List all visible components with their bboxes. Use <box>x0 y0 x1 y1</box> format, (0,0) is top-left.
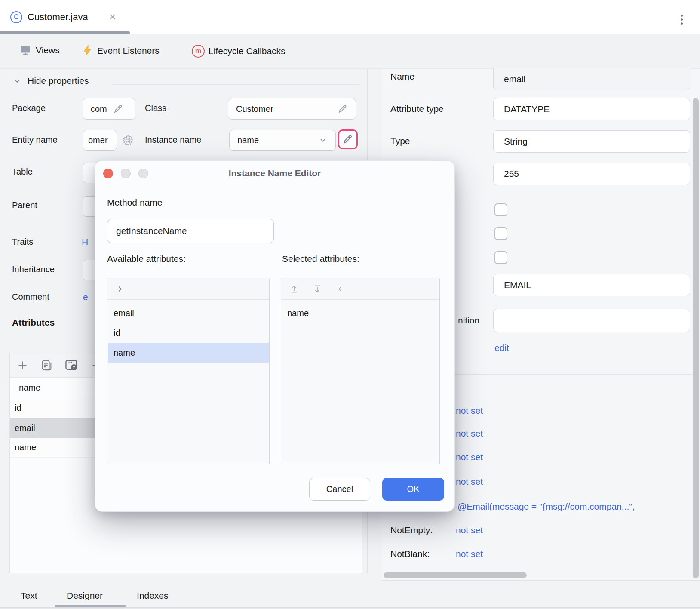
name-field[interactable]: email <box>493 68 690 90</box>
chevron-down-icon <box>318 135 328 145</box>
attribute-type-label: Attribute type <box>390 104 444 114</box>
ok-button[interactable]: OK <box>382 478 444 501</box>
list-item-label: id <box>114 328 120 338</box>
validation-value-link[interactable]: not set <box>456 477 483 487</box>
not-empty-value-link[interactable]: not set <box>456 525 483 535</box>
available-list-toolbar <box>107 278 269 300</box>
hide-properties-label: Hide properties <box>28 76 89 86</box>
edit-pencil-icon[interactable] <box>338 104 348 114</box>
kebab-menu-icon[interactable] <box>680 13 684 26</box>
traits-value-link[interactable]: H <box>82 237 88 247</box>
method-name-input[interactable]: getInstanceName <box>107 219 274 243</box>
instance-name-editor-dialog: Instance Name Editor Method name getInst… <box>95 160 455 512</box>
checkbox-2[interactable] <box>494 227 507 240</box>
copy-attribute-icon[interactable] <box>40 359 53 372</box>
vertical-scrollbar[interactable] <box>693 98 699 578</box>
tab-indexes[interactable]: Indexes <box>137 591 169 601</box>
validation-value-link[interactable]: not set <box>456 406 483 416</box>
list-item[interactable]: email <box>108 303 269 323</box>
selected-attributes-list: name <box>281 278 440 464</box>
inheritance-label: Inheritance <box>12 265 55 274</box>
editor-window: C Customer.java ✕ Views Event Listeners … <box>0 0 700 609</box>
globe-icon[interactable] <box>122 135 134 146</box>
class-label: Class <box>145 103 166 113</box>
lifecycle-callbacks-label: Lifecycle Callbacks <box>209 46 286 56</box>
package-value: com <box>91 104 107 114</box>
column-definition-field[interactable] <box>493 309 690 332</box>
entity-name-label: Entity name <box>12 135 58 145</box>
table-label: Table <box>12 167 33 177</box>
move-left-icon[interactable] <box>335 284 345 294</box>
not-blank-label: NotBlank: <box>390 549 430 559</box>
comment-label: Comment <box>12 292 49 302</box>
list-item[interactable]: name <box>282 303 439 323</box>
attribute-type-field[interactable]: DATATYPE <box>493 98 690 120</box>
checkbox-1[interactable] <box>494 203 507 216</box>
add-attribute-icon[interactable] <box>17 360 28 371</box>
cancel-button[interactable]: Cancel <box>309 478 370 501</box>
class-field[interactable]: Customer <box>228 98 356 120</box>
horizontal-scrollbar[interactable] <box>384 572 527 578</box>
hide-properties-toggle[interactable]: Hide properties <box>13 76 89 86</box>
attribute-type-value: DATATYPE <box>504 104 550 114</box>
tab-close-icon[interactable]: ✕ <box>109 12 117 22</box>
add-from-db-icon[interactable]: f <box>65 359 79 372</box>
section-divider <box>113 84 359 85</box>
lifecycle-m-icon: m <box>192 45 205 58</box>
move-bottom-icon[interactable] <box>312 284 322 294</box>
instance-name-edit-button[interactable] <box>338 129 358 149</box>
class-value: Customer <box>236 104 273 114</box>
instance-name-value: name <box>237 135 259 145</box>
event-listeners-button[interactable]: Event Listeners <box>82 45 160 56</box>
entity-name-field[interactable]: omer <box>83 130 117 151</box>
dialog-title: Instance Name Editor <box>95 168 454 178</box>
views-label: Views <box>36 45 60 55</box>
name-label: Name <box>390 71 414 82</box>
list-item-label: name <box>114 348 135 358</box>
move-right-icon[interactable] <box>115 284 125 294</box>
traits-label: Traits <box>12 237 33 247</box>
validation-value-link[interactable]: not set <box>456 428 483 439</box>
lifecycle-callbacks-button[interactable]: m Lifecycle Callbacks <box>192 45 286 58</box>
not-empty-label: NotEmpty: <box>390 525 433 535</box>
type-field[interactable]: String <box>493 130 690 153</box>
tab-title[interactable]: Customer.java <box>28 12 88 23</box>
package-field[interactable]: com <box>83 98 135 120</box>
move-top-icon[interactable] <box>289 284 299 294</box>
edit-pencil-icon <box>342 134 353 145</box>
comment-value-link[interactable]: e <box>83 292 88 302</box>
tab-text[interactable]: Text <box>21 591 37 601</box>
checkbox-3[interactable] <box>494 251 507 264</box>
column-header-label: name <box>19 383 40 393</box>
list-item-selected[interactable]: name <box>108 343 269 363</box>
svg-text:f: f <box>73 365 75 370</box>
entity-name-value: omer <box>88 135 108 145</box>
email-annotation-link[interactable]: @Email(message = "{msg://com.compan...", <box>457 501 635 512</box>
type-label: Type <box>390 136 410 146</box>
validation-value-link[interactable]: not set <box>456 452 483 462</box>
monitor-icon <box>20 45 31 56</box>
row-label: id <box>15 403 21 413</box>
row-label: email <box>15 423 35 433</box>
length-field[interactable]: 255 <box>493 163 690 185</box>
enum-type-field[interactable]: EMAIL <box>493 274 690 296</box>
edit-pencil-icon[interactable] <box>113 104 123 114</box>
package-label: Package <box>12 103 46 113</box>
available-attributes-list: email id name <box>107 278 270 464</box>
parent-label: Parent <box>12 200 37 210</box>
available-attributes-label: Available attributes: <box>107 254 186 264</box>
length-value: 255 <box>504 169 519 179</box>
views-button[interactable]: Views <box>20 45 60 56</box>
class-icon: C <box>10 11 22 23</box>
edit-link[interactable]: edit <box>494 343 509 353</box>
list-item[interactable]: id <box>108 323 269 343</box>
not-blank-value-link[interactable]: not set <box>456 549 483 559</box>
list-item-label: name <box>287 308 309 318</box>
list-item-label: email <box>114 308 134 318</box>
tab-designer[interactable]: Designer <box>67 591 103 601</box>
ok-button-label: OK <box>407 484 420 494</box>
lightning-icon <box>82 45 93 56</box>
chevron-down-icon <box>13 77 21 85</box>
event-listeners-label: Event Listeners <box>97 46 160 56</box>
instance-name-select[interactable]: name <box>229 130 336 151</box>
